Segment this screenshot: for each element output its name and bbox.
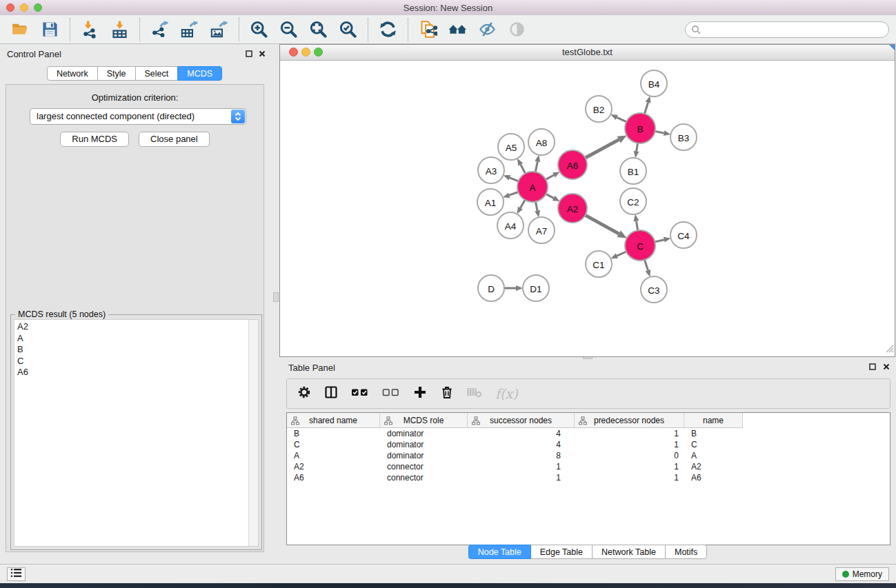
column-header-shared-name[interactable]: shared name — [287, 413, 380, 428]
graph-edge-A-A8[interactable] — [535, 161, 537, 172]
table-row[interactable]: Bdominator41B — [287, 428, 890, 439]
graph-node-B2[interactable]: B2 — [586, 96, 612, 122]
graph-edge-A-A7[interactable] — [535, 202, 537, 211]
graph-edge-A-A2[interactable] — [546, 194, 553, 198]
graph-edge-A-A1[interactable] — [509, 192, 518, 196]
function-builder-button[interactable]: f(x) — [495, 386, 518, 401]
graph-node-A6[interactable]: A6 — [558, 150, 587, 179]
graph-node-B1[interactable]: B1 — [620, 158, 646, 184]
table-row[interactable]: Cdominator41C — [287, 439, 890, 450]
delete-column-button[interactable] — [440, 385, 454, 402]
graph-node-A[interactable]: A — [517, 172, 548, 202]
graph-edge-A-A5[interactable] — [521, 165, 526, 174]
graph-node-C1[interactable]: C1 — [586, 251, 612, 277]
graph-node-B[interactable]: B — [625, 113, 655, 143]
delete-table-button[interactable] — [467, 385, 482, 402]
unselect-all-columns-button[interactable] — [382, 385, 400, 402]
mcds-result-scrollbar[interactable] — [248, 320, 258, 546]
zoom-selected-button[interactable] — [333, 17, 363, 42]
table-float-panel-icon[interactable] — [868, 363, 877, 371]
table-settings-button[interactable] — [297, 385, 311, 402]
graph-edge-B-B4[interactable] — [645, 103, 648, 114]
float-panel-icon[interactable] — [245, 50, 253, 58]
save-session-button[interactable] — [35, 17, 65, 42]
graph-node-C2[interactable]: C2 — [620, 188, 646, 214]
table-row[interactable]: Adominator80A — [287, 450, 890, 461]
vertical-divider-handle[interactable] — [273, 292, 279, 302]
column-header-name[interactable]: name — [684, 413, 743, 428]
mcds-result-item[interactable]: C — [14, 356, 258, 367]
search-field[interactable] — [685, 21, 889, 38]
column-header-predecessor-nodes[interactable]: predecessor nodes — [575, 413, 684, 428]
graph-node-C3[interactable]: C3 — [641, 276, 667, 303]
run-mcds-button[interactable]: Run MCDS — [60, 132, 129, 147]
export-network-button[interactable] — [145, 17, 175, 42]
graph-node-A1[interactable]: A1 — [477, 189, 504, 215]
table-row[interactable]: A6connector11A6 — [287, 472, 890, 483]
graph-edge-A6-B[interactable] — [586, 140, 619, 158]
tab-mcds[interactable]: MCDS — [177, 66, 222, 81]
import-table-button[interactable] — [105, 17, 135, 42]
resize-grip[interactable] — [885, 343, 894, 356]
network-from-selection-button[interactable] — [413, 17, 443, 42]
search-input[interactable] — [705, 23, 882, 38]
graph-node-A3[interactable]: A3 — [478, 157, 504, 183]
mcds-result-item[interactable]: B — [14, 344, 258, 356]
graph-node-A8[interactable]: A8 — [528, 129, 555, 155]
network-canvas[interactable]: ABCA2A6A1A3A4A5A7A8B1B2B3B4C1C2C3C4DD1 — [280, 60, 895, 356]
show-eye-button[interactable] — [502, 17, 532, 42]
table-tab-edge-table[interactable]: Edge Table — [530, 545, 593, 559]
zoom-out-button[interactable] — [274, 17, 303, 42]
graph-edge-A-A4[interactable] — [520, 200, 525, 208]
column-header-successor-nodes[interactable]: successor nodes — [468, 413, 575, 428]
graph-node-C4[interactable]: C4 — [670, 222, 697, 248]
graph-edge-C-C2[interactable] — [637, 221, 638, 231]
tab-network[interactable]: Network — [47, 66, 98, 81]
graph-node-A7[interactable]: A7 — [528, 217, 555, 243]
task-history-button[interactable] — [7, 567, 26, 581]
graph-node-A5[interactable]: A5 — [498, 134, 524, 160]
mcds-result-item[interactable]: A6 — [14, 367, 258, 378]
import-network-button[interactable] — [75, 17, 105, 42]
criterion-select[interactable]: largest connected component (directed) — [30, 108, 246, 125]
table-tab-motifs[interactable]: Motifs — [665, 545, 707, 559]
graph-node-C[interactable]: C — [625, 230, 655, 261]
graph-edge-C-C4[interactable] — [655, 240, 664, 242]
graph-edge-B-B2[interactable] — [617, 117, 626, 121]
mcds-result-item[interactable]: A2 — [14, 321, 258, 333]
mcds-result-item[interactable]: A — [14, 333, 258, 345]
graph-edge-B-B3[interactable] — [655, 131, 664, 133]
open-session-button[interactable] — [6, 17, 35, 42]
table-tab-node-table[interactable]: Node Table — [468, 545, 531, 559]
table-tab-network-table[interactable]: Network Table — [592, 545, 666, 559]
show-columns-button[interactable] — [324, 385, 338, 402]
export-table-button[interactable] — [175, 17, 204, 42]
graph-edge-A2-C[interactable] — [585, 215, 619, 234]
table-close-panel-icon[interactable] — [882, 363, 890, 371]
graph-edge-A-A3[interactable] — [510, 178, 519, 181]
export-image-button[interactable] — [204, 17, 234, 42]
tab-select[interactable]: Select — [135, 66, 179, 81]
close-panel-icon[interactable] — [258, 50, 266, 58]
graph-edge-C-C1[interactable] — [617, 252, 626, 256]
refresh-layout-button[interactable] — [373, 17, 403, 42]
zoom-fit-button[interactable] — [303, 17, 333, 42]
graph-edge-A-A6[interactable] — [546, 175, 554, 179]
graph-edge-B-B1[interactable] — [637, 143, 638, 152]
graph-edge-C-C3[interactable] — [645, 260, 648, 270]
graph-node-D1[interactable]: D1 — [523, 275, 549, 301]
add-column-button[interactable] — [413, 385, 427, 402]
memory-button[interactable]: Memory — [835, 567, 889, 581]
graph-node-A4[interactable]: A4 — [497, 212, 524, 239]
zoom-in-button[interactable] — [244, 17, 274, 42]
tab-style[interactable]: Style — [97, 66, 136, 81]
graph-node-B4[interactable]: B4 — [641, 70, 667, 97]
close-panel-button[interactable]: Close panel — [139, 132, 210, 147]
graph-node-B3[interactable]: B3 — [670, 124, 697, 150]
hide-panels-button[interactable] — [472, 17, 502, 42]
home-button[interactable] — [443, 17, 472, 42]
graph-node-D[interactable]: D — [478, 275, 504, 301]
graph-node-A2[interactable]: A2 — [558, 194, 587, 223]
column-header-mcds-role[interactable]: MCDS role — [380, 413, 468, 428]
select-all-columns-button[interactable] — [351, 385, 369, 402]
